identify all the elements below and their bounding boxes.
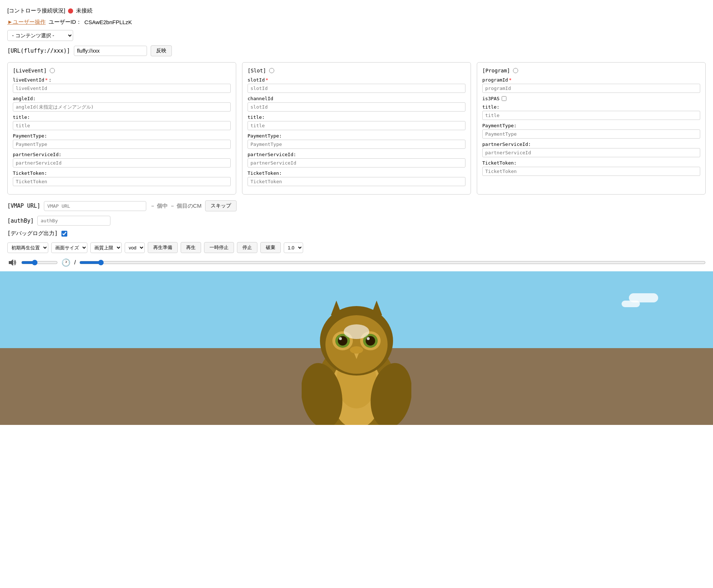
live-event-partner-label: partnerServiceId: <box>13 152 231 157</box>
live-event-panel: [LiveEvent] liveEventId*: angleId: title… <box>7 62 236 195</box>
debug-row: [デバッグログ出力] <box>7 230 706 237</box>
vmap-label: [VMAP URL] <box>7 203 40 209</box>
stop-button[interactable]: 停止 <box>237 242 257 253</box>
url-row: [URL(fluffy://xxx)] 反映 <box>7 45 706 56</box>
live-event-title-group: title: <box>13 114 231 130</box>
live-event-id-label: liveEventId*: <box>13 77 231 83</box>
is3pas-row: is3PAS <box>482 96 700 101</box>
user-id-label: ユーザーID： <box>49 19 82 26</box>
live-event-partner-input[interactable] <box>13 158 231 167</box>
slot-radio[interactable] <box>269 68 274 73</box>
live-event-payment-input[interactable] <box>13 140 231 149</box>
channel-id-input[interactable] <box>248 102 465 112</box>
user-id-value: CSAwE2bnFPLLzK <box>84 19 132 25</box>
prepare-button[interactable]: 再生準備 <box>148 242 178 253</box>
content-select-row: - コンテンツ選択 - <box>7 30 706 41</box>
svg-point-11 <box>339 337 342 340</box>
authby-input[interactable] <box>37 216 110 226</box>
channel-id-group: channelId <box>248 96 465 112</box>
cloud-2 <box>622 301 640 307</box>
is3pas-label: is3PAS <box>482 96 499 101</box>
skip-button[interactable]: スキップ <box>205 200 237 211</box>
slot-id-label: slotId* <box>248 77 465 83</box>
playback-position-select[interactable]: 初期再生位置 <box>7 242 48 253</box>
svg-marker-6 <box>371 301 382 315</box>
slot-payment-group: PaymentType: <box>248 133 465 149</box>
program-partner-group: partnerServiceId: <box>482 142 700 157</box>
channel-id-label: channelId <box>248 96 465 101</box>
angle-id-input[interactable] <box>13 102 231 112</box>
play-button[interactable]: 再生 <box>181 242 201 253</box>
slot-partner-input[interactable] <box>248 158 465 167</box>
program-title-input[interactable] <box>482 111 700 120</box>
live-event-ticket-input[interactable] <box>13 177 231 186</box>
program-panel: [Program] programId* is3PAS title: Payme… <box>477 62 706 195</box>
reflect-button[interactable]: 反映 <box>151 45 172 56</box>
slot-title-label: title: <box>248 114 465 120</box>
mode-select[interactable]: vod <box>125 242 145 253</box>
status-label: [コントローラ接続状況] <box>7 7 65 14</box>
slot-ticket-label: TicketToken: <box>248 170 465 176</box>
program-radio[interactable] <box>513 68 518 73</box>
program-panel-title: [Program] <box>482 68 700 74</box>
progress-slider[interactable] <box>79 260 706 265</box>
slot-payment-input[interactable] <box>248 140 465 149</box>
user-row: ►ユーザー操作 ユーザーID： CSAwE2bnFPLLzK <box>7 19 706 26</box>
connection-status-dot <box>68 8 73 14</box>
live-event-id-group: liveEventId*: <box>13 77 231 93</box>
svg-point-18 <box>344 324 369 339</box>
debug-label: [デバッグログ出力] <box>7 230 58 237</box>
program-payment-input[interactable] <box>482 129 700 139</box>
controls-row: 初期再生位置 画面サイズ 画質上限 vod 再生準備 再生 一時停止 停止 破棄… <box>7 242 706 253</box>
program-title-label: title: <box>482 104 700 110</box>
live-event-ticket-group: TicketToken: <box>13 170 231 186</box>
slot-title-input[interactable] <box>248 121 465 130</box>
angle-id-label: angleId: <box>13 96 231 101</box>
debug-checkbox[interactable] <box>61 231 67 237</box>
live-event-title-input[interactable] <box>13 121 231 130</box>
svg-point-17 <box>350 346 363 354</box>
svg-point-14 <box>366 336 375 346</box>
clock-icon: 🕐 <box>61 258 71 267</box>
live-event-title-label: title: <box>13 114 231 120</box>
speed-select[interactable]: 1.0 <box>284 242 303 253</box>
url-input[interactable] <box>74 46 147 56</box>
program-ticket-input[interactable] <box>482 167 700 176</box>
content-select[interactable]: - コンテンツ選択 - <box>7 30 73 41</box>
program-partner-input[interactable] <box>482 148 700 157</box>
screen-size-select[interactable]: 画面サイズ <box>51 242 87 253</box>
quality-select[interactable]: 画質上限 <box>90 242 122 253</box>
program-ticket-label: TicketToken: <box>482 160 700 166</box>
slot-ticket-input[interactable] <box>248 177 465 186</box>
progress-row: 🕐 / <box>7 257 706 271</box>
time-separator: / <box>74 259 76 266</box>
authby-row: [authBy] <box>7 216 706 226</box>
slot-payment-label: PaymentType: <box>248 133 465 139</box>
pause-button[interactable]: 一時停止 <box>204 242 234 253</box>
slot-title-text: [Slot] <box>248 68 266 74</box>
status-text: 未接続 <box>76 7 93 14</box>
video-area <box>0 271 713 425</box>
volume-icon <box>7 257 18 268</box>
slot-id-input[interactable] <box>248 84 465 93</box>
svg-marker-5 <box>331 301 342 315</box>
live-event-partner-group: partnerServiceId: <box>13 152 231 167</box>
svg-point-10 <box>338 336 347 346</box>
vmap-input[interactable] <box>44 201 146 211</box>
live-event-id-input[interactable] <box>13 84 231 93</box>
live-event-payment-label: PaymentType: <box>13 133 231 139</box>
is3pas-checkbox[interactable] <box>502 96 506 101</box>
program-id-label: programId* <box>482 77 700 83</box>
authby-label: [authBy] <box>7 218 34 224</box>
user-operation-link[interactable]: ►ユーザー操作 <box>7 19 46 26</box>
live-event-panel-title: [LiveEvent] <box>13 68 231 74</box>
program-payment-group: PaymentType: <box>482 123 700 139</box>
slot-title-group: title: <box>248 114 465 130</box>
live-event-payment-group: PaymentType: <box>13 133 231 149</box>
volume-slider[interactable] <box>21 260 58 265</box>
program-id-group: programId* <box>482 77 700 93</box>
discard-button[interactable]: 破棄 <box>260 242 281 253</box>
panels-row: [LiveEvent] liveEventId*: angleId: title… <box>7 62 706 195</box>
program-id-input[interactable] <box>482 84 700 93</box>
live-event-radio[interactable] <box>50 68 55 73</box>
